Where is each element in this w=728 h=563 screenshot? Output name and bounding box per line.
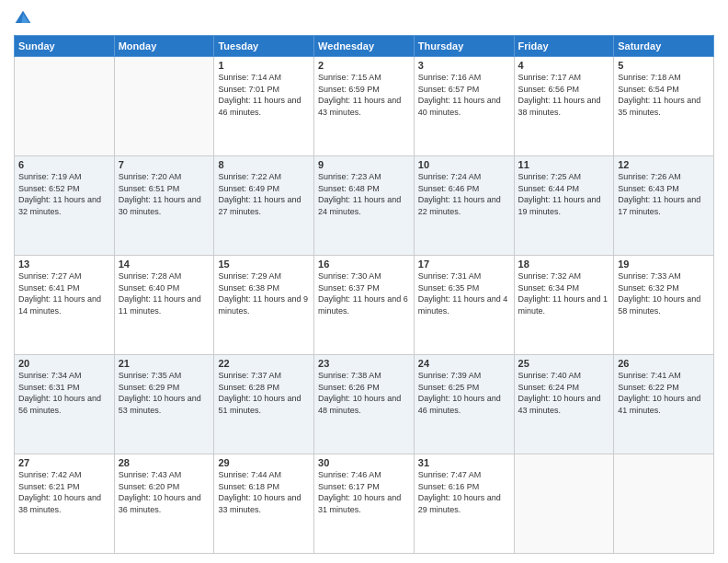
day-info: Sunrise: 7:26 AM Sunset: 6:43 PM Dayligh…: [618, 171, 710, 217]
calendar-cell: 23Sunrise: 7:38 AM Sunset: 6:26 PM Dayli…: [314, 355, 415, 454]
day-info: Sunrise: 7:43 AM Sunset: 6:20 PM Dayligh…: [119, 469, 210, 515]
calendar-cell: 16Sunrise: 7:30 AM Sunset: 6:37 PM Dayli…: [314, 256, 415, 355]
day-info: Sunrise: 7:37 AM Sunset: 6:28 PM Dayligh…: [218, 370, 310, 416]
calendar-cell: [514, 454, 614, 554]
calendar-cell: 27Sunrise: 7:42 AM Sunset: 6:21 PM Dayli…: [15, 454, 115, 554]
day-info: Sunrise: 7:33 AM Sunset: 6:32 PM Dayligh…: [618, 270, 710, 316]
day-number: 22: [218, 358, 310, 369]
calendar-cell: 30Sunrise: 7:46 AM Sunset: 6:17 PM Dayli…: [314, 454, 415, 554]
week-row-2: 13Sunrise: 7:27 AM Sunset: 6:41 PM Dayli…: [15, 256, 714, 355]
page: SundayMondayTuesdayWednesdayThursdayFrid…: [0, 0, 728, 563]
calendar-cell: 4Sunrise: 7:17 AM Sunset: 6:56 PM Daylig…: [514, 57, 614, 156]
day-info: Sunrise: 7:23 AM Sunset: 6:48 PM Dayligh…: [318, 171, 410, 217]
day-info: Sunrise: 7:15 AM Sunset: 6:59 PM Dayligh…: [318, 72, 410, 118]
day-number: 18: [518, 259, 610, 270]
calendar-cell: [15, 57, 115, 156]
calendar-cell: 7Sunrise: 7:20 AM Sunset: 6:51 PM Daylig…: [114, 156, 214, 256]
day-number: 7: [119, 159, 210, 170]
week-row-4: 27Sunrise: 7:42 AM Sunset: 6:21 PM Dayli…: [15, 454, 714, 554]
weekday-header-wednesday: Wednesday: [314, 36, 415, 57]
day-number: 2: [318, 60, 410, 71]
calendar-cell: 3Sunrise: 7:16 AM Sunset: 6:57 PM Daylig…: [414, 57, 514, 156]
week-row-0: 1Sunrise: 7:14 AM Sunset: 7:01 PM Daylig…: [15, 57, 714, 156]
day-number: 27: [18, 457, 110, 468]
day-number: 11: [518, 159, 610, 170]
calendar-cell: 21Sunrise: 7:35 AM Sunset: 6:29 PM Dayli…: [114, 355, 214, 454]
day-number: 30: [318, 457, 410, 468]
calendar-cell: [114, 57, 214, 156]
calendar-cell: 24Sunrise: 7:39 AM Sunset: 6:25 PM Dayli…: [414, 355, 514, 454]
day-number: 9: [318, 159, 410, 170]
calendar-cell: 28Sunrise: 7:43 AM Sunset: 6:20 PM Dayli…: [114, 454, 214, 554]
calendar-cell: 10Sunrise: 7:24 AM Sunset: 6:46 PM Dayli…: [414, 156, 514, 256]
day-info: Sunrise: 7:46 AM Sunset: 6:17 PM Dayligh…: [318, 469, 410, 515]
weekday-header-thursday: Thursday: [414, 36, 514, 57]
day-number: 26: [618, 358, 710, 369]
day-number: 4: [518, 60, 610, 71]
calendar-cell: 26Sunrise: 7:41 AM Sunset: 6:22 PM Dayli…: [614, 355, 714, 454]
day-number: 6: [18, 159, 110, 170]
day-info: Sunrise: 7:16 AM Sunset: 6:57 PM Dayligh…: [418, 72, 510, 118]
day-info: Sunrise: 7:44 AM Sunset: 6:18 PM Dayligh…: [218, 469, 310, 515]
day-number: 25: [518, 358, 610, 369]
calendar-cell: 1Sunrise: 7:14 AM Sunset: 7:01 PM Daylig…: [214, 57, 314, 156]
day-number: 12: [618, 159, 710, 170]
calendar-cell: 12Sunrise: 7:26 AM Sunset: 6:43 PM Dayli…: [614, 156, 714, 256]
day-number: 24: [418, 358, 510, 369]
day-info: Sunrise: 7:34 AM Sunset: 6:31 PM Dayligh…: [18, 370, 110, 416]
day-info: Sunrise: 7:24 AM Sunset: 6:46 PM Dayligh…: [418, 171, 510, 217]
day-number: 20: [18, 358, 110, 369]
weekday-header-row: SundayMondayTuesdayWednesdayThursdayFrid…: [15, 36, 714, 57]
day-info: Sunrise: 7:28 AM Sunset: 6:40 PM Dayligh…: [119, 270, 210, 316]
day-info: Sunrise: 7:22 AM Sunset: 6:49 PM Dayligh…: [218, 171, 310, 217]
day-info: Sunrise: 7:27 AM Sunset: 6:41 PM Dayligh…: [18, 270, 110, 316]
logo: [14, 9, 36, 28]
day-number: 17: [418, 259, 510, 270]
day-info: Sunrise: 7:30 AM Sunset: 6:37 PM Dayligh…: [318, 270, 410, 316]
day-info: Sunrise: 7:31 AM Sunset: 6:35 PM Dayligh…: [418, 270, 510, 316]
day-info: Sunrise: 7:19 AM Sunset: 6:52 PM Dayligh…: [18, 171, 110, 217]
calendar-cell: 11Sunrise: 7:25 AM Sunset: 6:44 PM Dayli…: [514, 156, 614, 256]
day-number: 28: [119, 457, 210, 468]
day-number: 3: [418, 60, 510, 71]
calendar-cell: 29Sunrise: 7:44 AM Sunset: 6:18 PM Dayli…: [214, 454, 314, 554]
calendar-cell: 6Sunrise: 7:19 AM Sunset: 6:52 PM Daylig…: [15, 156, 115, 256]
day-number: 1: [218, 60, 310, 71]
calendar-cell: 13Sunrise: 7:27 AM Sunset: 6:41 PM Dayli…: [15, 256, 115, 355]
day-number: 29: [218, 457, 310, 468]
day-number: 21: [119, 358, 210, 369]
day-number: 10: [418, 159, 510, 170]
weekday-header-sunday: Sunday: [15, 36, 115, 57]
weekday-header-tuesday: Tuesday: [214, 36, 314, 57]
logo-icon: [14, 9, 32, 28]
day-number: 31: [418, 457, 510, 468]
calendar-cell: 25Sunrise: 7:40 AM Sunset: 6:24 PM Dayli…: [514, 355, 614, 454]
day-info: Sunrise: 7:41 AM Sunset: 6:22 PM Dayligh…: [618, 370, 710, 416]
day-info: Sunrise: 7:18 AM Sunset: 6:54 PM Dayligh…: [618, 72, 710, 118]
calendar-cell: 8Sunrise: 7:22 AM Sunset: 6:49 PM Daylig…: [214, 156, 314, 256]
calendar-cell: 20Sunrise: 7:34 AM Sunset: 6:31 PM Dayli…: [15, 355, 115, 454]
day-info: Sunrise: 7:38 AM Sunset: 6:26 PM Dayligh…: [318, 370, 410, 416]
day-info: Sunrise: 7:39 AM Sunset: 6:25 PM Dayligh…: [418, 370, 510, 416]
day-number: 14: [119, 259, 210, 270]
calendar-cell: [614, 454, 714, 554]
calendar-cell: 31Sunrise: 7:47 AM Sunset: 6:16 PM Dayli…: [414, 454, 514, 554]
calendar-table: SundayMondayTuesdayWednesdayThursdayFrid…: [14, 35, 714, 554]
calendar-cell: 2Sunrise: 7:15 AM Sunset: 6:59 PM Daylig…: [314, 57, 415, 156]
calendar-cell: 19Sunrise: 7:33 AM Sunset: 6:32 PM Dayli…: [614, 256, 714, 355]
weekday-header-monday: Monday: [114, 36, 214, 57]
day-info: Sunrise: 7:40 AM Sunset: 6:24 PM Dayligh…: [518, 370, 610, 416]
day-info: Sunrise: 7:29 AM Sunset: 6:38 PM Dayligh…: [218, 270, 310, 316]
day-info: Sunrise: 7:32 AM Sunset: 6:34 PM Dayligh…: [518, 270, 610, 316]
calendar-cell: 9Sunrise: 7:23 AM Sunset: 6:48 PM Daylig…: [314, 156, 415, 256]
calendar-cell: 22Sunrise: 7:37 AM Sunset: 6:28 PM Dayli…: [214, 355, 314, 454]
calendar-cell: 14Sunrise: 7:28 AM Sunset: 6:40 PM Dayli…: [114, 256, 214, 355]
day-info: Sunrise: 7:35 AM Sunset: 6:29 PM Dayligh…: [119, 370, 210, 416]
weekday-header-friday: Friday: [514, 36, 614, 57]
day-number: 13: [18, 259, 110, 270]
calendar-cell: 17Sunrise: 7:31 AM Sunset: 6:35 PM Dayli…: [414, 256, 514, 355]
week-row-1: 6Sunrise: 7:19 AM Sunset: 6:52 PM Daylig…: [15, 156, 714, 256]
day-info: Sunrise: 7:47 AM Sunset: 6:16 PM Dayligh…: [418, 469, 510, 515]
day-number: 15: [218, 259, 310, 270]
day-number: 23: [318, 358, 410, 369]
